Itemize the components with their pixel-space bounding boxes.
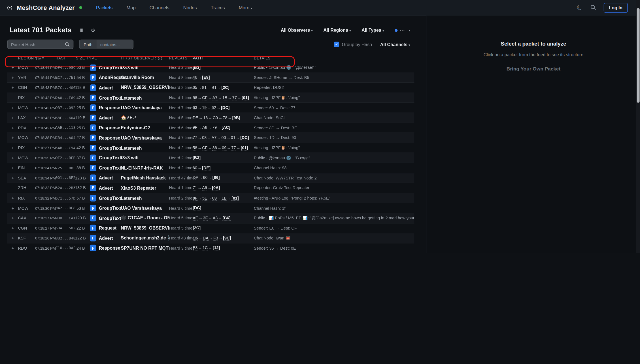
row-first-observer[interactable]: Letsmesh	[121, 95, 169, 100]
path-hop[interactable]: F3	[213, 236, 218, 241]
col-size[interactable]: SIZE	[75, 56, 86, 60]
brand[interactable]: MeshCore Analyzer	[6, 4, 82, 11]
path-hop[interactable]: A7	[212, 135, 217, 140]
path-hop[interactable]: 1B	[222, 95, 227, 100]
table-row[interactable]: + RIX 07:18:32 PM 671...57D 57 B F Group…	[7, 193, 414, 203]
path-hop[interactable]: 62	[212, 105, 216, 110]
path-hop[interactable]: 46	[193, 75, 197, 80]
path-hop[interactable]: DA	[203, 236, 209, 241]
row-expander[interactable]: +	[7, 206, 18, 210]
path-hop[interactable]: [2C]	[193, 226, 201, 230]
observers-filter-dropdown[interactable]: All Observers▾	[281, 28, 313, 33]
row-first-observer[interactable]: PugetMesh Haystack	[121, 175, 169, 180]
nav-link-map[interactable]: Map	[127, 5, 136, 10]
page-scrollbar[interactable]	[636, 0, 640, 253]
path-hop[interactable]: [2C]	[222, 85, 229, 90]
table-row[interactable]: + MOW 07:18:38 PM CB4...A04 27 B F Respo…	[7, 133, 414, 143]
path-hop[interactable]: [0A]	[212, 185, 220, 190]
col-region[interactable]: REGION	[18, 56, 35, 60]
path-hop[interactable]: 1C	[203, 246, 208, 250]
table-row[interactable]: + PDX 07:18:42 PM AAE...118 25 B F Respo…	[7, 123, 414, 133]
row-first-observer[interactable]: NRW_53859_OBSERVER👀	[121, 85, 169, 90]
path-hop[interactable]: 77	[193, 135, 197, 140]
path-hop[interactable]: A7	[212, 95, 218, 100]
info-icon[interactable]: i	[158, 56, 162, 60]
path-hop[interactable]: C0	[213, 115, 218, 120]
col-first-observer[interactable]: FIRST OBSERVER i	[121, 56, 169, 60]
table-row[interactable]: + RIX 07:18:37 PM 54B...C94 42 B F Group…	[7, 143, 414, 153]
table-row[interactable]: + CAX 07:18:27 PM 9DD...CA1 120 B F Grou…	[7, 213, 414, 223]
path-hop[interactable]: [01]	[231, 196, 239, 200]
row-first-observer[interactable]: Endymion-G2	[121, 125, 169, 130]
table-row[interactable]: + MOW 07:18:44 PM 9F4...95C 53 B F Group…	[7, 63, 414, 73]
table-row[interactable]: + MOW 07:18:35 PM 9E2...BEB 37 B F Group…	[7, 153, 414, 163]
path-hop[interactable]: 3F	[203, 216, 208, 220]
row-expander[interactable]: +	[7, 236, 18, 240]
row-first-observer[interactable]: Schoningen.msh3.de 🖥️	[121, 235, 169, 241]
path-hop[interactable]: DF	[193, 175, 198, 180]
row-expander[interactable]: +	[7, 196, 18, 200]
path-hop[interactable]: 19	[202, 105, 207, 110]
types-filter-dropdown[interactable]: All Types▾	[362, 28, 384, 33]
row-expander[interactable]: +	[7, 145, 18, 150]
row-expander[interactable]: +	[7, 75, 18, 80]
path-hop[interactable]: [B6]	[223, 216, 231, 220]
pause-button[interactable]	[80, 29, 83, 32]
row-first-observer[interactable]: t3s3 wifi	[121, 155, 169, 160]
path-hop[interactable]: [DC]	[193, 205, 201, 210]
nav-link-channels[interactable]: Channels	[150, 5, 169, 10]
scrollbar-thumb[interactable]	[637, 8, 639, 103]
row-expander[interactable]: +	[7, 216, 18, 220]
row-expander[interactable]: +	[7, 65, 18, 70]
table-row[interactable]: + MOW 07:18:30 PM 042...DF8 53 B F Group…	[7, 203, 414, 213]
path-hop[interactable]: [86]	[212, 175, 220, 180]
path-hop[interactable]: 16	[203, 115, 208, 120]
path-hop[interactable]: [E9]	[202, 75, 210, 80]
row-first-observer[interactable]: Granville Room	[121, 75, 169, 80]
group-by-hash-toggle[interactable]: ✓ Group by Hash	[334, 42, 372, 47]
bring-your-own-packet-link[interactable]: Bring Your Own Packet	[427, 66, 640, 72]
nav-link-traces[interactable]: Traces	[211, 5, 225, 10]
path-hop[interactable]: D5	[193, 236, 198, 241]
row-first-observer[interactable]: NRW_53859_OBSERVER👀	[121, 225, 169, 231]
path-hop[interactable]: 77	[232, 95, 237, 100]
table-row[interactable]: + LAX 07:18:42 PM 63E...604 119 B F Adve…	[7, 113, 414, 123]
row-first-observer[interactable]: UAO Varshavskaya	[121, 205, 169, 210]
path-hop[interactable]: CF	[202, 145, 207, 150]
path-hop[interactable]: 58	[193, 95, 197, 100]
path-hop[interactable]: 86	[212, 145, 217, 150]
path-hop[interactable]: [12]	[213, 246, 220, 250]
row-expander[interactable]: +	[7, 106, 18, 110]
row-first-observer[interactable]: UAO Varshavskaya	[121, 135, 169, 140]
path-hop[interactable]: 1B	[222, 196, 227, 200]
path-hop[interactable]: 78	[223, 115, 227, 120]
path-hop[interactable]: A3	[213, 216, 218, 220]
table-row[interactable]: + KSF 07:18:26 PM 8B2...B48 122 B F Adve…	[7, 233, 414, 243]
row-expander[interactable]: +	[7, 166, 18, 170]
table-row[interactable]: + CGN 07:18:27 PM 5DA...582 22 B F Reque…	[7, 223, 414, 233]
more-options-dropdown[interactable]: ··· ▾	[395, 28, 410, 33]
path-hop[interactable]: 58	[193, 145, 197, 150]
nav-link-more[interactable]: More▾	[239, 5, 252, 10]
path-hop[interactable]: [9B]	[232, 115, 240, 120]
path-hop[interactable]: B1	[212, 85, 217, 90]
path-hop[interactable]: 09	[222, 145, 226, 150]
path-hop[interactable]: 08	[202, 135, 207, 140]
path-hop[interactable]: 71	[193, 185, 197, 190]
row-expander[interactable]: +	[7, 136, 18, 140]
col-details[interactable]: DETAILS	[254, 56, 414, 60]
row-first-observer[interactable]: Letsmesh	[121, 145, 169, 150]
path-hop[interactable]: [9C]	[223, 236, 231, 241]
row-expander[interactable]: +	[7, 176, 18, 180]
search-icon[interactable]	[590, 5, 596, 11]
path-hop[interactable]: 60	[203, 175, 208, 180]
row-first-observer[interactable]: Letsmesh	[121, 196, 169, 200]
row-first-observer[interactable]: SP7UNR NO RPT MQTT	[121, 246, 169, 250]
dark-mode-toggle-moon-icon[interactable]: ☾	[575, 3, 584, 12]
path-hop[interactable]: [AC]	[222, 125, 230, 130]
path-hop[interactable]: 9F	[193, 125, 197, 130]
row-expander[interactable]: +	[7, 85, 18, 90]
path-hop[interactable]: 81	[202, 85, 207, 90]
row-expander[interactable]: +	[7, 246, 18, 250]
path-hop[interactable]: 79	[212, 125, 217, 130]
